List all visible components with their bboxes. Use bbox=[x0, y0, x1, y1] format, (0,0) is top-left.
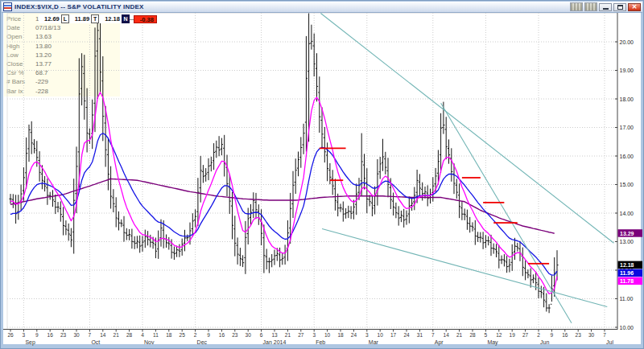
x-month-label: Feb bbox=[316, 339, 325, 345]
x-tick-label: 9 bbox=[35, 332, 39, 338]
restore-button[interactable] bbox=[613, 3, 626, 11]
x-tick-label: 23 bbox=[232, 332, 238, 338]
x-tick-label: 21 bbox=[285, 332, 291, 338]
net-change-badge: -0.38 bbox=[134, 15, 157, 23]
x-tick-label: 16 bbox=[562, 332, 568, 338]
upper-channel-line bbox=[320, 14, 613, 244]
x-tick-label: 28 bbox=[469, 332, 476, 338]
x-tick-label: 30 bbox=[73, 332, 80, 338]
x-tick-label: 5 bbox=[485, 332, 488, 338]
x-tick-label: 2 bbox=[194, 332, 197, 338]
x-tick-label: 9 bbox=[551, 332, 554, 338]
price-badge-text: 11.78 bbox=[620, 278, 634, 284]
x-tick-label: 23 bbox=[576, 332, 582, 338]
x-tick-label: 19 bbox=[510, 332, 516, 338]
x-month-label: Mar bbox=[369, 339, 379, 345]
y-tick-label: 18.00 bbox=[620, 96, 634, 102]
window-title: INDEX:$VIX,D -- S&P VOLATILITY INDEX bbox=[14, 3, 144, 10]
level-value: 11.89 bbox=[69, 14, 91, 23]
app-icon bbox=[3, 2, 12, 11]
x-month-label: Dec bbox=[197, 339, 208, 345]
price-chart-plot[interactable]: 20.0019.0018.0017.0016.0015.0014.0013.00… bbox=[3, 13, 642, 346]
level-value: 12.18 bbox=[99, 14, 122, 23]
title-bar[interactable]: INDEX:$VIX,D -- S&P VOLATILITY INDEX ✕ bbox=[2, 2, 642, 13]
x-tick-label: 14 bbox=[444, 332, 450, 338]
y-tick-label: 19.00 bbox=[620, 68, 634, 73]
y-tick-label: 16.00 bbox=[620, 154, 634, 159]
x-tick-label: 11 bbox=[153, 332, 159, 338]
y-tick-label: 14.00 bbox=[620, 211, 634, 216]
x-tick-label: 2 bbox=[537, 332, 540, 338]
chart-window: INDEX:$VIX,D -- S&P VOLATILITY INDEX ✕ P… bbox=[0, 0, 644, 349]
x-month-label: Jan 2014 bbox=[263, 339, 287, 345]
x-tick-label: 3 bbox=[312, 332, 316, 338]
price-badges: 13.2912.1811.9611.78 bbox=[618, 229, 643, 285]
x-tick-label: 17 bbox=[390, 332, 397, 338]
x-tick-label: 18 bbox=[166, 332, 172, 338]
price-badge-text: 13.29 bbox=[620, 231, 634, 236]
y-tick-label: 17.00 bbox=[620, 125, 634, 130]
x-tick-label: 24 bbox=[351, 332, 357, 338]
x-tick-label: 3 bbox=[23, 332, 26, 338]
level-tag-l: L bbox=[61, 14, 69, 23]
mini-toolbar-button-1[interactable] bbox=[570, 2, 583, 11]
y-tick-label: 10.00 bbox=[620, 325, 634, 331]
minimize-icon bbox=[603, 8, 609, 10]
x-tick-label: 30 bbox=[588, 332, 595, 338]
x-tick-label: 25 bbox=[180, 332, 186, 338]
x-tick-label: 12 bbox=[496, 332, 502, 338]
x-month-label: Apr bbox=[435, 339, 444, 346]
x-tick-label: 28 bbox=[126, 332, 133, 338]
x-tick-label: 6 bbox=[260, 332, 263, 338]
quote-strip: 12.69 L 11.89 T 12.18 N -0.38 bbox=[39, 14, 157, 24]
mini-toolbar-button-2[interactable] bbox=[584, 2, 597, 11]
x-tick-label: 24 bbox=[403, 332, 410, 338]
close-icon: ✕ bbox=[632, 4, 638, 10]
chart-content: Price18.94 Date07/18/13 Open13.63 High13… bbox=[3, 13, 641, 344]
x-axis-labels: 2639162330714212841118252916233061321273… bbox=[7, 330, 613, 346]
x-tick-label: 10 bbox=[378, 332, 384, 338]
close-button[interactable]: ✕ bbox=[628, 3, 641, 11]
x-month-label: May bbox=[487, 339, 498, 346]
x-tick-label: 7 bbox=[603, 332, 606, 338]
steep-downtrend-line bbox=[441, 103, 572, 322]
y-tick-label: 13.00 bbox=[620, 239, 634, 244]
x-month-label: Jun bbox=[540, 339, 549, 345]
level-tag-n: N bbox=[122, 14, 130, 23]
x-tick-label: 10 bbox=[324, 332, 331, 338]
mid-ma bbox=[10, 133, 557, 275]
x-tick-label: 3 bbox=[365, 332, 369, 338]
x-month-label: Nov bbox=[144, 339, 155, 345]
level-value: 12.69 bbox=[39, 14, 61, 23]
gridlines bbox=[7, 13, 617, 330]
y-tick-label: 20.00 bbox=[620, 39, 634, 45]
x-tick-label: 21 bbox=[114, 332, 120, 338]
x-tick-label: 9 bbox=[207, 332, 210, 338]
titlebar-buttons: ✕ bbox=[570, 2, 642, 11]
level-tag-t: T bbox=[91, 14, 99, 23]
y-tick-label: 11.00 bbox=[620, 296, 634, 302]
x-tick-label: 7 bbox=[431, 332, 435, 338]
x-tick-label: 18 bbox=[337, 332, 344, 338]
x-tick-label: 16 bbox=[47, 332, 54, 338]
x-tick-label: 21 bbox=[456, 332, 463, 338]
restore-icon bbox=[617, 5, 623, 10]
x-tick-label: 14 bbox=[100, 332, 106, 338]
x-tick-label: 23 bbox=[60, 332, 67, 338]
x-tick-label: 26 bbox=[7, 332, 14, 338]
x-tick-label: 16 bbox=[219, 332, 225, 338]
x-tick-label: 27 bbox=[522, 332, 529, 338]
lower-support-line bbox=[322, 229, 607, 307]
y-tick-label: 15.00 bbox=[620, 182, 634, 187]
price-badge-text: 11.96 bbox=[620, 270, 634, 276]
x-tick-label: 27 bbox=[298, 332, 304, 338]
minimize-button[interactable] bbox=[599, 3, 612, 11]
price-badge-text: 12.18 bbox=[620, 262, 634, 268]
x-month-label: Sep bbox=[25, 339, 35, 346]
x-tick-label: 4 bbox=[141, 332, 144, 338]
x-tick-label: 30 bbox=[246, 332, 252, 338]
trendlines bbox=[320, 14, 613, 323]
x-tick-label: 7 bbox=[89, 332, 92, 338]
x-tick-label: 13 bbox=[271, 332, 278, 338]
x-tick-label: 31 bbox=[417, 332, 423, 338]
